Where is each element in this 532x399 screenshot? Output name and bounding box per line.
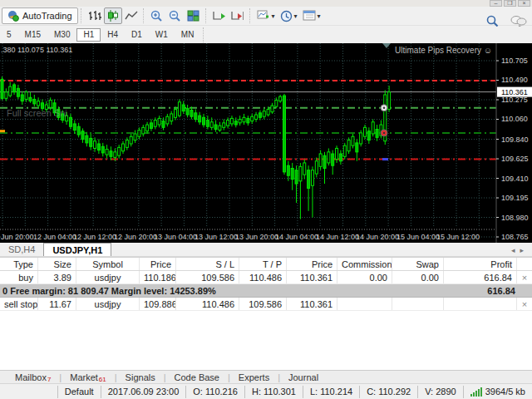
scroll-right-icon[interactable]: ▸ (520, 246, 529, 254)
terminal-tab-experts[interactable]: Experts (230, 372, 278, 382)
chart-tab-usdjpy-h1[interactable]: USDJPY,H1 (43, 243, 111, 256)
minimize-button[interactable]: – (490, 0, 502, 7)
restore-button[interactable]: ❐ (504, 0, 516, 7)
candle-body (295, 170, 298, 184)
terminal-tab-mailbox[interactable]: Mailbox7 (7, 372, 59, 382)
candle-body (33, 99, 36, 103)
periods-button[interactable]: ▾ (278, 7, 300, 24)
price-axis-label[interactable]: 110.705 (501, 57, 528, 65)
terminal-tab-journal[interactable]: Journal (280, 372, 327, 382)
timeframe-button-m30[interactable]: M30 (47, 28, 76, 42)
pending-order-marker (382, 158, 388, 160)
chart-window[interactable]: 110.705110.490110.275110.060109.840109.6… (0, 43, 532, 243)
indicators-button[interactable]: ▾ (254, 7, 278, 24)
candle-body (247, 118, 249, 122)
candle-body (5, 92, 7, 99)
column-header-profit[interactable]: Profit (444, 258, 517, 270)
chart-tab-usd-h4[interactable]: SD,H4 (0, 243, 43, 256)
price-axis-label[interactable]: 110.490 (501, 76, 528, 84)
candle-body (146, 125, 149, 131)
toolbar-separator (81, 8, 83, 23)
candle-body (206, 121, 209, 127)
templates-button[interactable]: ▾ (300, 7, 323, 24)
scroll-left-icon[interactable]: ◂ (511, 246, 520, 254)
line-chart-button[interactable] (122, 7, 140, 24)
time-axis-label[interactable]: 13 Jun 20:00 (235, 233, 278, 241)
time-axis-label[interactable]: 14 Jun 04:00 (275, 233, 318, 241)
close-order-icon[interactable]: × (517, 298, 532, 310)
price-axis-label[interactable]: 109.840 (501, 135, 529, 144)
chat-icon[interactable] (510, 15, 527, 27)
time-axis-label[interactable]: 14 Jun 20:00 (356, 233, 399, 241)
ghost-tooltip-text: Full screen Sni (7, 108, 67, 118)
timeframe-button-5[interactable]: 5 (0, 28, 18, 42)
time-axis-label[interactable]: 15 Jun 12:00 (436, 233, 480, 241)
column-header-price[interactable]: Price (287, 258, 337, 270)
candlestick-chart[interactable]: 110.705110.490110.275110.060109.840109.6… (0, 43, 532, 243)
tab-scroll-arrows[interactable]: ◂▸ (511, 246, 529, 254)
bar-chart-button[interactable] (86, 7, 104, 24)
zoom-in-button[interactable] (148, 7, 166, 24)
timeframe-button-mn[interactable]: MN (175, 28, 201, 42)
close-order-icon[interactable]: × (517, 271, 532, 283)
time-axis-label[interactable]: 12 Jun 20:00 (114, 233, 157, 241)
price-axis-label[interactable]: 109.195 (501, 194, 529, 202)
price-axis-label[interactable]: 108.765 (501, 233, 529, 241)
toolbar-separator (203, 27, 205, 42)
timeframe-button-w1[interactable]: W1 (149, 28, 175, 42)
autotrading-button[interactable]: AutoTrading (2, 7, 78, 24)
column-header-commission[interactable]: Commission (337, 258, 392, 270)
candle-body (110, 151, 112, 157)
column-header-swap[interactable]: Swap (392, 258, 444, 270)
timeframe-button-h4[interactable]: H4 (101, 28, 125, 42)
column-header-type[interactable]: Type (0, 258, 38, 270)
price-axis-label[interactable]: 110.060 (501, 115, 528, 123)
status-profile[interactable]: Default (57, 386, 101, 398)
chart-shift-marker[interactable] (382, 43, 391, 48)
candle-body (352, 136, 354, 145)
candle-body (315, 161, 318, 174)
autotrading-label: AutoTrading (22, 11, 72, 21)
order-row-buy[interactable]: buy3.89usdjpy110.186109.586110.486110.36… (0, 271, 532, 284)
time-axis-label[interactable]: 12 Jun 04:00 (33, 233, 76, 241)
column-header-symbol[interactable]: Symbol (76, 258, 140, 270)
candle-body (134, 134, 136, 140)
timeframe-button-m15[interactable]: M15 (18, 28, 47, 42)
time-axis-label[interactable]: 12 Jun 12:00 (73, 233, 116, 241)
candle-body (118, 147, 121, 155)
candle-body (86, 135, 88, 143)
time-axis-label[interactable]: 13 Jun 04:00 (154, 233, 197, 241)
time-axis-label[interactable]: 14 Jun 12:00 (316, 233, 359, 241)
close-button[interactable]: × (518, 0, 530, 7)
zoom-out-button[interactable] (166, 7, 185, 24)
column-header-sl[interactable]: S / L (176, 258, 239, 270)
timeframe-button-d1[interactable]: D1 (125, 28, 149, 42)
column-header-tp[interactable]: T / P (239, 258, 287, 270)
timeframe-button-h1[interactable]: H1 (76, 28, 101, 42)
time-axis-label[interactable]: 9 Jun 20:00 (0, 233, 34, 241)
candle-body (178, 102, 180, 116)
chart-shift-button[interactable] (229, 7, 247, 24)
order-cell (337, 298, 392, 310)
terminal-tab-market[interactable]: Market61 (62, 372, 115, 382)
candle-body (73, 124, 76, 131)
auto-scroll-button[interactable] (210, 7, 229, 24)
price-axis-label[interactable]: 109.625 (501, 155, 529, 163)
chart-tab-bar: SD,H4 USDJPY,H1 ◂▸ (0, 243, 532, 257)
time-axis-label[interactable]: 13 Jun 12:00 (195, 233, 238, 241)
terminal-tab-code-base[interactable]: Code Base (166, 372, 228, 382)
candle-body (267, 109, 269, 115)
column-header-size[interactable]: Size (38, 258, 76, 270)
price-axis-label[interactable]: 108.980 (501, 214, 529, 222)
terminal-tab-signals[interactable]: Signals (117, 372, 164, 382)
candlestick-button[interactable] (104, 7, 122, 24)
candle-body (101, 146, 104, 153)
column-header-price[interactable]: Price (140, 258, 176, 270)
candle-body (77, 126, 80, 135)
search-icon[interactable] (486, 15, 499, 27)
order-row-sell-stop[interactable]: sell stop11.67usdjpy109.886110.486109.58… (0, 298, 532, 311)
ea-name-label: Ultimate Pips Recovery ☺ (395, 46, 492, 55)
price-axis-label[interactable]: 109.410 (501, 175, 529, 183)
time-axis-label[interactable]: 15 Jun 04:00 (397, 233, 440, 241)
tile-windows-button[interactable] (185, 7, 203, 24)
